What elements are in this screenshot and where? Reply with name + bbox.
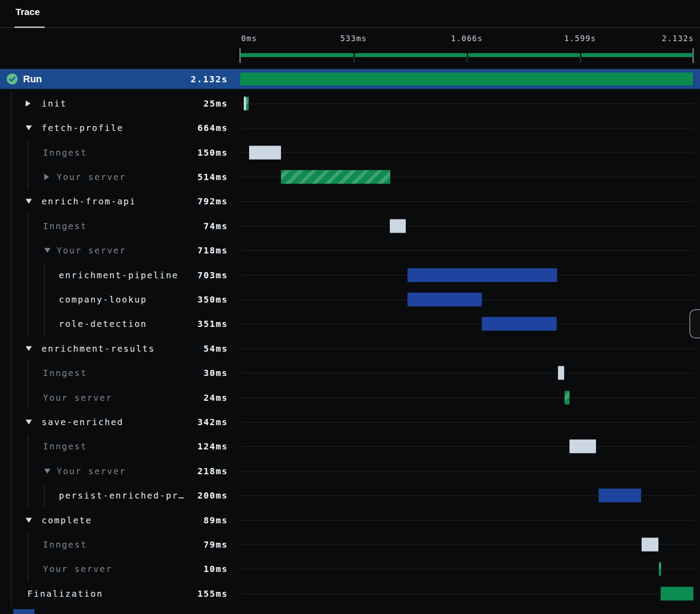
scroll-handle[interactable] — [689, 309, 700, 338]
span-bar-server[interactable] — [565, 391, 570, 404]
span-name: init — [42, 98, 67, 108]
row-gridline — [241, 422, 694, 422]
span-bar-queue[interactable] — [390, 219, 406, 233]
caret-right-icon[interactable] — [44, 174, 49, 180]
span-label-cell: Your server218ms — [0, 459, 235, 483]
caret-down-icon[interactable] — [26, 346, 32, 351]
run-row[interactable]: Run 2.132s — [0, 69, 700, 89]
tree-guide-line — [28, 434, 28, 459]
trace-row[interactable]: Your server24ms — [0, 385, 700, 410]
trace-row[interactable]: complete89ms — [0, 508, 700, 532]
run-span-bar[interactable] — [240, 73, 693, 85]
span-duration: 664ms — [146, 123, 228, 133]
overview-notch — [467, 53, 468, 57]
trace-row[interactable]: role-detection351ms — [0, 312, 700, 336]
span-name: enrichment-results — [42, 343, 155, 353]
span-label-cell: Your server514ms — [0, 165, 235, 189]
tree-guide-line — [28, 484, 28, 508]
tree-guide-line — [11, 336, 12, 361]
trace-row[interactable]: Inngest30ms — [0, 361, 700, 385]
partially-visible-row[interactable] — [13, 609, 35, 614]
axis-tick-label: 1.599s — [564, 34, 596, 43]
span-bar-queue[interactable] — [558, 366, 564, 380]
span-name: Your server — [57, 466, 126, 476]
trace-row[interactable]: Finalization155ms — [0, 581, 700, 606]
timeline-overview-bar[interactable] — [240, 53, 693, 57]
span-duration: 514ms — [146, 172, 228, 182]
trace-row[interactable]: Your server218ms — [0, 459, 700, 483]
caret-down-icon[interactable] — [44, 468, 50, 473]
caret-down-icon[interactable] — [26, 518, 32, 522]
trace-row[interactable]: persist-enriched-pr…200ms — [0, 484, 700, 508]
trace-row[interactable]: save-enriched342ms — [0, 410, 700, 434]
tree-guide-line — [11, 115, 12, 140]
span-duration: 200ms — [146, 491, 228, 501]
span-bar-step[interactable] — [408, 292, 482, 306]
span-bar-final[interactable] — [661, 587, 693, 600]
span-label-cell: Inngest150ms — [0, 140, 235, 165]
span-duration: 703ms — [146, 270, 228, 280]
span-name: Your server — [57, 172, 126, 182]
span-label-cell: Inngest124ms — [0, 434, 235, 459]
span-label-cell: enrichment-pipeline703ms — [0, 263, 235, 287]
row-gridline — [241, 128, 694, 128]
span-duration: 150ms — [146, 147, 228, 157]
span-bar-queue[interactable] — [642, 538, 658, 552]
tree-guide-line — [11, 238, 12, 262]
span-bar-queue[interactable] — [249, 146, 281, 159]
span-name: fetch-profile — [42, 123, 123, 133]
trace-row[interactable]: Your server514ms — [0, 165, 700, 189]
row-gridline — [241, 471, 694, 472]
trace-row[interactable]: enrichment-pipeline703ms — [0, 263, 700, 287]
row-gridline — [241, 545, 694, 545]
tree-guide-line — [44, 312, 45, 336]
trace-row[interactable]: Inngest124ms — [0, 434, 700, 459]
trace-row[interactable]: enrich-from-api792ms — [0, 189, 700, 214]
trace-row[interactable]: company-lookup350ms — [0, 287, 700, 311]
trace-row[interactable]: Your server718ms — [0, 238, 700, 262]
span-name: Inngest — [43, 221, 87, 231]
span-bar-step[interactable] — [599, 489, 641, 503]
trace-row[interactable]: enrichment-results54ms — [0, 336, 700, 361]
trace-row[interactable]: Inngest79ms — [0, 532, 700, 556]
tree-guide-line — [28, 287, 28, 311]
caret-down-icon[interactable] — [26, 419, 32, 424]
span-bar-step[interactable] — [408, 268, 557, 282]
trace-row[interactable]: fetch-profile664ms — [0, 115, 700, 140]
span-bar-queue[interactable] — [569, 440, 596, 453]
tree-guide-line — [11, 165, 12, 189]
tree-guide-line — [11, 508, 12, 532]
span-duration: 79ms — [146, 540, 228, 550]
span-label-cell: Your server24ms — [0, 385, 235, 410]
caret-down-icon[interactable] — [26, 126, 32, 130]
span-name: company-lookup — [59, 294, 147, 304]
span-bar-server[interactable] — [281, 170, 390, 184]
trace-row[interactable]: Your server10ms — [0, 557, 700, 581]
tab-trace[interactable]: Trace — [15, 7, 40, 17]
check-circle-icon — [6, 73, 18, 85]
span-bar-server[interactable] — [659, 562, 661, 576]
axis-sub-tick — [580, 57, 581, 62]
row-gridline — [241, 201, 694, 202]
trace-row[interactable]: Inngest74ms — [0, 214, 700, 238]
caret-right-icon[interactable] — [26, 100, 31, 107]
span-bar-step[interactable] — [482, 317, 557, 331]
trace-row[interactable]: init25ms — [0, 91, 700, 115]
caret-down-icon[interactable] — [44, 248, 50, 253]
trace-row[interactable]: Inngest150ms — [0, 140, 700, 165]
tree-guide-line — [28, 312, 28, 336]
span-duration: 218ms — [146, 466, 228, 476]
span-bar-server[interactable] — [246, 96, 249, 110]
span-duration: 351ms — [146, 319, 228, 329]
tree-guide-line — [11, 214, 12, 238]
span-duration: 124ms — [146, 441, 228, 452]
tree-guide-line — [11, 484, 12, 508]
tree-guide-line — [11, 312, 12, 336]
row-gridline — [241, 373, 694, 373]
axis-tick-label: 1.066s — [451, 34, 483, 43]
caret-down-icon[interactable] — [26, 199, 32, 204]
span-label-cell: Inngest74ms — [0, 214, 235, 238]
span-duration: 342ms — [146, 417, 228, 427]
tree-guide-line — [11, 434, 12, 459]
span-name: Your server — [57, 246, 126, 256]
